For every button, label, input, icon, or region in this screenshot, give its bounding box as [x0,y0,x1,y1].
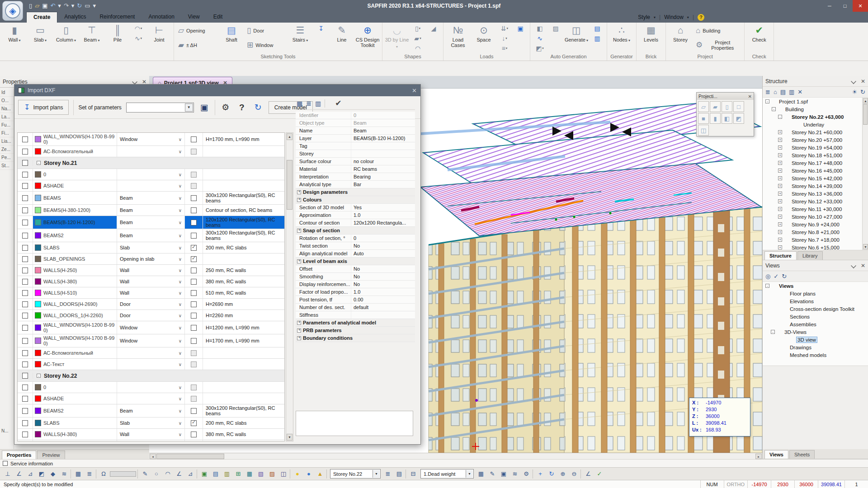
export-model-icon[interactable]: ↻ [252,102,264,113]
tree-expander-icon[interactable]: + [778,238,782,242]
structure-tree-item[interactable]: + Storey No.10 +27,000 [763,213,868,221]
property-row[interactable]: Section of 3D model Yes [296,204,415,211]
check-button[interactable]: ✔ Check [747,23,771,53]
tree-expander-icon[interactable]: + [778,161,782,165]
layer-checkbox[interactable] [22,160,28,166]
apply-properties-icon[interactable]: ✔ [335,99,341,108]
layers-icon[interactable]: ▣ [199,469,209,479]
tree-expander-icon[interactable]: + [778,184,782,188]
layer-name-cell[interactable]: АС-Текст [33,359,117,370]
layer-row[interactable]: WALL_WINDOWS(H-1700 B-990) Window H=1700… [18,334,284,347]
parameters-checkbox[interactable] [191,338,197,344]
sidebar-tab[interactable]: Sheets [789,450,815,459]
layer-row[interactable]: 0 [18,169,284,180]
layer-checkbox[interactable] [22,313,28,319]
object-type-dropdown[interactable]: Window [117,321,185,334]
insert-point-button[interactable]: ↧ [314,23,328,33]
tree-expander-icon[interactable]: - [778,115,782,119]
layer-row[interactable]: WALLS(H-250) Wall 250 mm, RC walls [18,265,284,276]
property-row[interactable]: Twist section No [296,242,415,250]
toolbar-icon[interactable] [406,469,407,479]
pencil-tool-icon[interactable]: ✎ [140,469,150,479]
layer-checkbox[interactable] [22,396,28,402]
orbit-icon[interactable]: ↻ [547,469,557,479]
layer-checkbox[interactable] [22,136,28,142]
views-tree-item[interactable]: Drawings [763,343,868,351]
toolbar-icon[interactable] [580,469,582,479]
delta-h-button[interactable]: ▰ ± ΔH [176,38,218,52]
toolbar-icon[interactable] [533,469,534,479]
status-cell[interactable]: 1 [844,480,868,488]
layer-name-cell[interactable]: BEAMS [33,192,117,204]
measure-icon[interactable]: ∠ [583,469,593,479]
help-question-icon[interactable]: ? [236,103,248,113]
import-plans-button[interactable]: ↧ Import plans [18,100,69,115]
parameters-checkbox[interactable] [191,420,197,426]
property-row[interactable]: PRB parameters [296,327,415,334]
parameters-checkbox[interactable] [191,183,197,189]
structure-tree-item[interactable]: - Project 1.spf [763,98,868,105]
building-button[interactable]: ⌂ Building [694,23,742,38]
tree-expander-icon[interactable]: - [771,330,775,334]
layer-checkbox[interactable] [22,385,28,390]
toolbar-icon[interactable] [137,469,139,479]
object-type-dropdown[interactable]: Slab [117,418,185,428]
door-button[interactable]: ▯ Door [245,23,287,38]
object-type-dropdown[interactable]: Door [117,440,185,441]
tree-expander-icon[interactable]: + [778,199,782,203]
structure-tree-item[interactable]: + Storey No.7 +18,000 [763,236,868,244]
layer-row[interactable]: WALL_DOORS_1(H-2260) Door H=2260 mm [18,440,284,441]
grid-toggle-icon[interactable]: ▦ [73,469,83,479]
parameters-checkbox[interactable] [191,267,197,273]
tree-expander-icon[interactable]: + [778,192,782,196]
parameters-checkbox[interactable] [191,432,197,437]
toolbar-icon[interactable] [197,469,198,479]
structure-tree-item[interactable]: + Storey No.17 +48,000 [763,159,868,167]
property-value[interactable]: RC beams [351,165,415,173]
expand-icon[interactable] [297,321,301,325]
snap-nearest-icon[interactable]: ≋ [59,469,69,479]
object-type-dropdown[interactable] [117,146,185,157]
style-menu[interactable]: Style [638,14,650,20]
help-icon[interactable]: ? [698,14,704,21]
expand-icon[interactable] [297,328,301,333]
tree-expander-icon[interactable]: + [778,153,782,157]
shape-wall-button[interactable]: ▯ [410,23,425,33]
property-row[interactable]: Number of des. sect. default [296,304,415,311]
layer-name-cell[interactable]: SLABS [33,242,117,253]
property-row[interactable]: Stiffness [296,311,415,319]
levels-toggle-icon[interactable]: ≣ [85,469,94,479]
opening-button[interactable]: ▱ Opening [176,23,218,38]
marker-icon[interactable]: ● [304,469,314,479]
structure-tree-item[interactable]: + Storey No.16 +45,000 [763,167,868,174]
parameters-checkbox[interactable] [191,172,197,178]
structure-tree-item[interactable]: + Storey No.19 +54,000 [763,144,868,151]
layer-checkbox[interactable] [22,361,28,367]
property-row[interactable]: Factor of load propo... 1.0 [296,288,415,296]
tracking-bar[interactable] [110,471,136,477]
status-cell[interactable]: 2930 [771,480,794,488]
ribbon-tab[interactable]: Analytics [57,12,93,23]
structure-tree-item[interactable]: - Building [763,105,868,113]
layer-row[interactable]: ASHADE [18,393,284,404]
nodes-button[interactable]: ∴ Nodes [609,23,634,53]
layer-row[interactable]: WALL_WINDOWS(H-1700 B-990) Window H=1700… [18,133,284,146]
layer-name-cell[interactable]: АС-Вспомогательный [33,347,117,358]
storey-list-icon[interactable]: ≣ [383,469,393,479]
layer-name-cell[interactable]: WALL_WINDOWS(H-1700 B-990) [33,334,117,347]
active-storey-combobox[interactable]: Storey No.22 ▼ [330,469,381,479]
load-cases-button[interactable]: № Load Cases [446,23,470,53]
views-tree-item[interactable]: - Views [763,282,868,290]
snap-angle-icon[interactable]: ∠ [14,469,24,479]
generate-button[interactable]: ◫ Generate [564,23,589,53]
property-row[interactable]: Smoothing No [296,273,415,281]
object-type-dropdown[interactable]: Beam [117,192,185,204]
property-value[interactable]: 0 [351,235,415,242]
layer-name-cell[interactable]: WALLS(H-380) [33,429,117,440]
property-row[interactable]: Analytical type Bar [296,181,415,188]
layer-row[interactable]: BEAMS2 Beam 300x1200 Rectangular(S0), RC… [18,404,284,418]
property-row[interactable]: Level of beam axis [296,258,415,265]
refresh-views-icon[interactable]: ↻ [782,273,787,280]
beam-button[interactable]: ⊤ Beam [80,23,104,53]
table-scrollbar[interactable]: ▲ ▼ [286,132,293,441]
